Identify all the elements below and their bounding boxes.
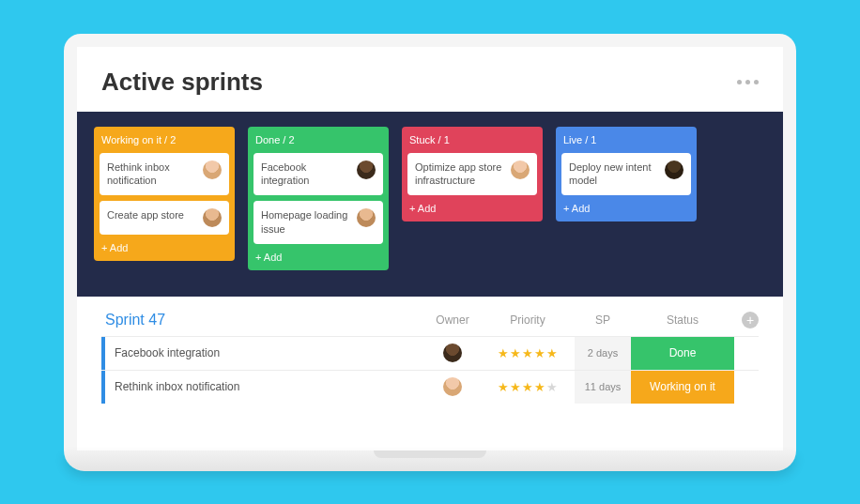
more-menu-icon[interactable] <box>737 80 759 84</box>
sprint-list: Sprint 47 Owner Priority SP Status + Fac… <box>77 297 783 404</box>
row-title: Facebook integration <box>105 346 424 359</box>
column-title: Live / 1 <box>561 132 691 153</box>
col-header-status: Status <box>631 313 734 327</box>
sprint-title[interactable]: Sprint 47 <box>101 312 424 328</box>
avatar <box>357 160 376 179</box>
card-text: Create app store <box>107 208 197 222</box>
page-title: Active sprints <box>101 68 263 97</box>
table-row[interactable]: Rethink inbox notification★★★★★11 daysWo… <box>101 370 759 404</box>
row-sp[interactable]: 11 days <box>575 371 631 404</box>
sprint-list-header: Sprint 47 Owner Priority SP Status + <box>101 312 759 336</box>
app-viewport: Active sprints Working on it / 2Rethink … <box>77 47 783 451</box>
board-card[interactable]: Facebook integration <box>253 153 383 196</box>
add-card-button[interactable]: + Add <box>561 201 691 214</box>
row-status[interactable]: Done <box>631 337 734 370</box>
card-text: Deploy new intent model <box>569 160 659 189</box>
column-stuck: Stuck / 1Optimize app store infrastructu… <box>402 127 543 222</box>
avatar <box>443 344 462 362</box>
row-priority[interactable]: ★★★★★ <box>481 346 575 360</box>
board-card[interactable]: Optimize app store infrastructure <box>407 153 537 196</box>
avatar <box>665 160 683 179</box>
add-card-button[interactable]: + Add <box>407 201 537 214</box>
col-header-sp: SP <box>575 313 631 327</box>
avatar <box>511 160 530 179</box>
board-card[interactable]: Deploy new intent model <box>561 153 691 196</box>
kanban-board: Working on it / 2Rethink inbox notificat… <box>77 112 783 297</box>
page-header: Active sprints <box>77 47 783 112</box>
board-card[interactable]: Create app store <box>100 201 229 235</box>
row-owner[interactable] <box>424 377 481 396</box>
avatar <box>203 160 222 179</box>
laptop-screen: Active sprints Working on it / 2Rethink … <box>64 34 796 451</box>
row-owner[interactable] <box>424 344 481 362</box>
board-card[interactable]: Homepage loading issue <box>253 201 383 244</box>
add-column-button[interactable]: + <box>742 312 759 328</box>
column-title: Working on it / 2 <box>100 132 229 153</box>
laptop-base <box>64 451 796 471</box>
table-row[interactable]: Facebook integration★★★★★2 daysDone <box>101 336 759 370</box>
column-title: Done / 2 <box>253 132 383 153</box>
column-done: Done / 2Facebook integrationHomepage loa… <box>248 127 389 270</box>
row-priority[interactable]: ★★★★★ <box>481 380 575 394</box>
card-text: Facebook integration <box>261 160 351 189</box>
row-status[interactable]: Working on it <box>631 371 734 404</box>
col-header-owner: Owner <box>424 313 481 327</box>
avatar <box>443 377 462 396</box>
column-working: Working on it / 2Rethink inbox notificat… <box>94 127 235 262</box>
row-title: Rethink inbox notification <box>105 380 424 393</box>
row-sp[interactable]: 2 days <box>575 337 631 370</box>
column-title: Stuck / 1 <box>407 132 537 153</box>
col-header-priority: Priority <box>481 313 575 327</box>
add-card-button[interactable]: + Add <box>100 240 229 253</box>
card-text: Homepage loading issue <box>261 208 351 237</box>
card-text: Rethink inbox notification <box>107 160 197 189</box>
card-text: Optimize app store infrastructure <box>415 160 505 189</box>
add-card-button[interactable]: + Add <box>253 250 383 263</box>
board-card[interactable]: Rethink inbox notification <box>100 153 229 196</box>
laptop-notch <box>374 451 486 458</box>
column-live: Live / 1Deploy new intent model+ Add <box>556 127 697 222</box>
avatar <box>357 208 376 227</box>
laptop-frame: Active sprints Working on it / 2Rethink … <box>64 34 796 471</box>
avatar <box>203 208 222 227</box>
